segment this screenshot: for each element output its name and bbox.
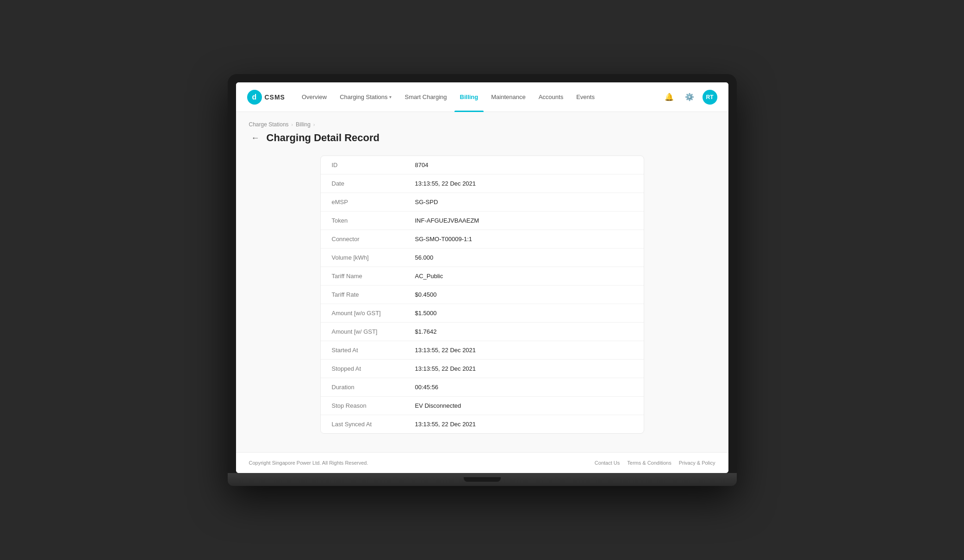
label-connector: Connector: [332, 236, 415, 243]
value-last-synced: 13:13:55, 22 Dec 2021: [415, 421, 476, 428]
page-title: Charging Detail Record: [267, 132, 379, 144]
logo-icon: d: [247, 90, 262, 105]
value-id: 8704: [415, 162, 429, 168]
label-date: Date: [332, 180, 415, 187]
detail-row-connector: Connector SG-SMO-T00009-1:1: [321, 230, 644, 249]
value-emsp: SG-SPD: [415, 199, 438, 205]
value-token: INF-AFGUEJVBAAEZM: [415, 217, 479, 224]
detail-row-tariff-name: Tariff Name AC_Public: [321, 267, 644, 286]
breadcrumb-charge-stations[interactable]: Charge Stations: [249, 121, 289, 128]
label-amount-wo-gst: Amount [w/o GST]: [332, 310, 415, 317]
detail-row-amount-wo-gst: Amount [w/o GST] $1.5000: [321, 304, 644, 323]
back-button[interactable]: ←: [249, 131, 262, 144]
nav-item-overview[interactable]: Overview: [296, 82, 332, 112]
nav-item-events[interactable]: Events: [571, 82, 600, 112]
label-token: Token: [332, 217, 415, 224]
nav-items: Overview Charging Stations ▾ Smart Charg…: [296, 82, 662, 112]
detail-row-volume: Volume [kWh] 56.000: [321, 249, 644, 267]
label-tariff-rate: Tariff Rate: [332, 291, 415, 298]
detail-row-token: Token INF-AFGUEJVBAAEZM: [321, 212, 644, 230]
value-duration: 00:45:56: [415, 384, 439, 391]
breadcrumb-sep-2: ›: [313, 122, 315, 127]
detail-row-stopped-at: Stopped At 13:13:55, 22 Dec 2021: [321, 360, 644, 378]
detail-row-last-synced: Last Synced At 13:13:55, 22 Dec 2021: [321, 415, 644, 433]
label-emsp: eMSP: [332, 199, 415, 205]
label-started-at: Started At: [332, 347, 415, 354]
navigation: d CSMS Overview Charging Stations ▾ Smar…: [236, 82, 728, 112]
label-amount-w-gst: Amount [w/ GST]: [332, 328, 415, 335]
footer-link-terms[interactable]: Terms & Conditions: [627, 460, 671, 466]
detail-row-duration: Duration 00:45:56: [321, 378, 644, 397]
chevron-down-icon: ▾: [389, 94, 392, 100]
page-header: ← Charging Detail Record: [249, 131, 715, 144]
page-content: Charge Stations › Billing › ← Charging D…: [236, 112, 728, 452]
value-started-at: 13:13:55, 22 Dec 2021: [415, 347, 476, 354]
settings-icon[interactable]: ⚙️: [682, 90, 697, 105]
label-tariff-name: Tariff Name: [332, 273, 415, 280]
footer-copyright: Copyright Singapore Power Ltd. All Right…: [249, 460, 368, 466]
label-stop-reason: Stop Reason: [332, 402, 415, 409]
detail-row-started-at: Started At 13:13:55, 22 Dec 2021: [321, 341, 644, 360]
nav-actions: 🔔 ⚙️ RT: [662, 90, 717, 105]
label-duration: Duration: [332, 384, 415, 391]
value-tariff-rate: $0.4500: [415, 291, 437, 298]
breadcrumb: Charge Stations › Billing ›: [249, 121, 715, 128]
value-amount-wo-gst: $1.5000: [415, 310, 437, 317]
footer: Copyright Singapore Power Ltd. All Right…: [236, 452, 728, 473]
detail-row-tariff-rate: Tariff Rate $0.4500: [321, 286, 644, 304]
value-volume: 56.000: [415, 254, 434, 261]
value-date: 13:13:55, 22 Dec 2021: [415, 180, 476, 187]
footer-links: Contact Us Terms & Conditions Privacy & …: [595, 460, 715, 466]
footer-link-privacy[interactable]: Privacy & Policy: [679, 460, 715, 466]
nav-item-accounts[interactable]: Accounts: [533, 82, 569, 112]
nav-item-charging-stations[interactable]: Charging Stations ▾: [334, 82, 397, 112]
value-stopped-at: 13:13:55, 22 Dec 2021: [415, 365, 476, 372]
value-amount-w-gst: $1.7642: [415, 328, 437, 335]
nav-item-billing[interactable]: Billing: [454, 82, 484, 112]
notifications-icon[interactable]: 🔔: [662, 90, 677, 105]
breadcrumb-sep-1: ›: [292, 122, 293, 127]
detail-row-stop-reason: Stop Reason EV Disconnected: [321, 397, 644, 415]
label-last-synced: Last Synced At: [332, 421, 415, 428]
label-volume: Volume [kWh]: [332, 254, 415, 261]
detail-row-emsp: eMSP SG-SPD: [321, 193, 644, 212]
nav-item-smart-charging[interactable]: Smart Charging: [399, 82, 452, 112]
detail-row-amount-w-gst: Amount [w/ GST] $1.7642: [321, 323, 644, 341]
laptop-notch: [464, 477, 501, 482]
app-logo[interactable]: d CSMS: [247, 90, 285, 105]
avatar[interactable]: RT: [703, 90, 717, 105]
detail-card: ID 8704 Date 13:13:55, 22 Dec 2021 eMSP …: [320, 156, 644, 434]
laptop-base: [228, 473, 737, 486]
label-stopped-at: Stopped At: [332, 365, 415, 372]
logo-text: CSMS: [265, 93, 285, 101]
label-id: ID: [332, 162, 415, 168]
breadcrumb-billing[interactable]: Billing: [296, 121, 311, 128]
nav-item-maintenance[interactable]: Maintenance: [485, 82, 531, 112]
detail-row-id: ID 8704: [321, 156, 644, 174]
footer-link-contact[interactable]: Contact Us: [595, 460, 620, 466]
value-tariff-name: AC_Public: [415, 273, 443, 280]
value-connector: SG-SMO-T00009-1:1: [415, 236, 473, 243]
value-stop-reason: EV Disconnected: [415, 402, 461, 409]
detail-row-date: Date 13:13:55, 22 Dec 2021: [321, 174, 644, 193]
laptop-frame: d CSMS Overview Charging Stations ▾ Smar…: [228, 74, 737, 486]
laptop-screen: d CSMS Overview Charging Stations ▾ Smar…: [236, 82, 728, 473]
